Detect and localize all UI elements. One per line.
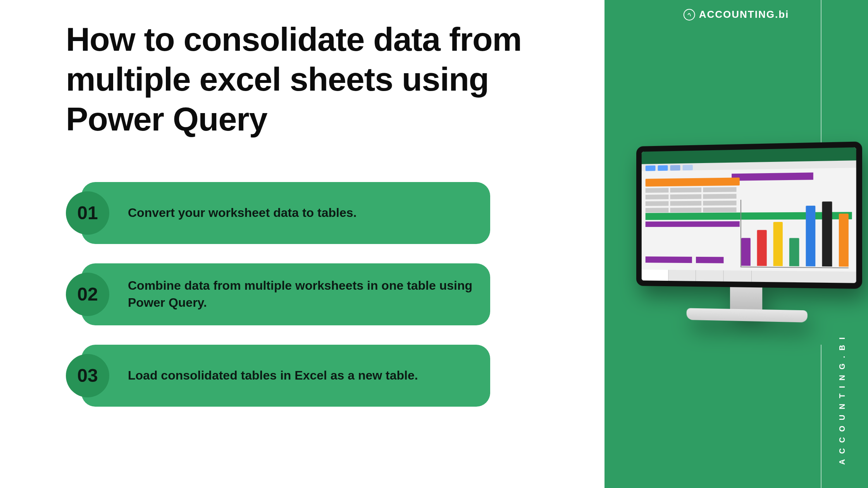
step-number: 03: [77, 365, 98, 386]
step-item: Convert your worksheet data to tables. 0…: [66, 182, 490, 244]
monitor-neck-icon: [730, 287, 762, 309]
monitor-screen: [642, 147, 856, 283]
step-pill: Combine data from multiple worksheets in…: [81, 263, 490, 325]
step-text: Convert your worksheet data to tables.: [128, 204, 356, 221]
monitor-frame: [636, 141, 862, 289]
step-text: Load consolidated tables in Excel as a n…: [128, 367, 418, 384]
step-item: Load consolidated tables in Excel as a n…: [66, 345, 490, 407]
bar-chart-icon: [741, 201, 849, 267]
step-pill: Convert your worksheet data to tables.: [81, 182, 490, 244]
sidebar-panel: ACCOUNTING.bi ACCOUNTING.BI: [604, 0, 868, 488]
step-number-badge: 01: [66, 191, 109, 235]
step-number: 01: [77, 202, 98, 223]
brand-logo: ACCOUNTING.bi: [684, 9, 789, 21]
brand-text: ACCOUNTING.bi: [699, 9, 789, 21]
sheet-tabs-icon: [642, 270, 856, 283]
step-item: Combine data from multiple worksheets in…: [66, 263, 490, 325]
content-area: How to consolidate data from multiple ex…: [66, 19, 523, 426]
steps-list: Convert your worksheet data to tables. 0…: [66, 182, 490, 407]
axis-y-icon: [741, 200, 741, 268]
purple-block-icon: [696, 257, 724, 263]
page-title: How to consolidate data from multiple ex…: [66, 19, 523, 139]
axis-x-icon: [741, 266, 849, 268]
monitor-illustration: [636, 141, 862, 323]
divider-line-bottom: [821, 345, 822, 488]
toolbar-buttons-icon: [646, 165, 693, 174]
divider-line-top: [821, 0, 822, 147]
step-pill: Load consolidated tables in Excel as a n…: [81, 345, 490, 407]
step-text: Combine data from multiple worksheets in…: [128, 277, 475, 311]
chart-block-icon: [732, 172, 813, 180]
purple-block-icon: [646, 256, 692, 263]
step-number-badge: 02: [66, 273, 109, 316]
step-number-badge: 03: [66, 354, 109, 397]
step-number: 02: [77, 284, 98, 305]
monitor-base-icon: [687, 308, 808, 322]
side-brand-label: ACCOUNTING.BI: [838, 332, 847, 465]
brand-icon: [684, 9, 695, 21]
